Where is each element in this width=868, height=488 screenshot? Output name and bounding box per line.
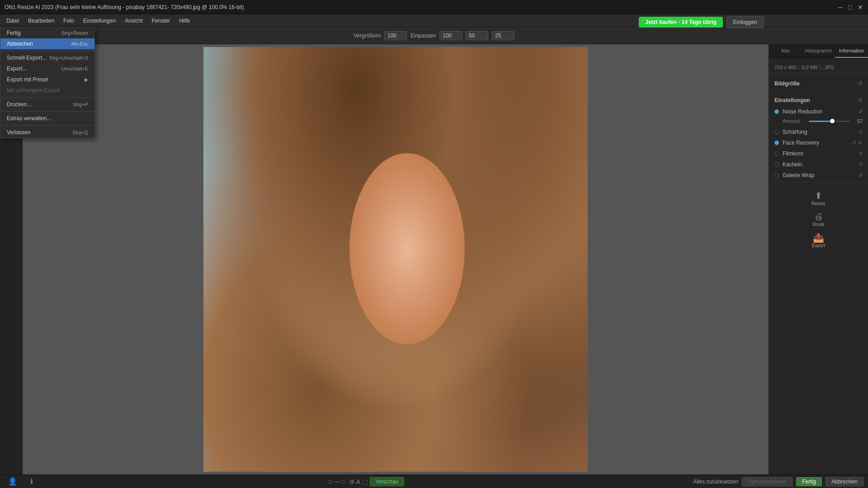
resize-action-druck[interactable]: 🖨 Druck bbox=[809, 210, 828, 229]
druck-icon: 🖨 bbox=[814, 211, 823, 222]
bottom-left-area: 👤 ℹ bbox=[5, 474, 40, 488]
galerie-wrap-dot[interactable] bbox=[774, 173, 779, 178]
bottom-user-icon[interactable]: 👤 bbox=[5, 474, 21, 488]
menu-previous-export: Mit vorherigem Export bbox=[0, 85, 94, 96]
bottom-center-area: □ — □ ⊞ A ⬚ Vorschau bbox=[329, 477, 404, 486]
menu-extras[interactable]: Extras verwalten... bbox=[0, 113, 94, 124]
text-tool-icon[interactable]: A bbox=[356, 478, 360, 485]
menu-separator-1 bbox=[0, 51, 94, 51]
bottom-info-icon[interactable]: ℹ bbox=[24, 474, 40, 488]
amount-slider-thumb[interactable] bbox=[830, 119, 835, 123]
resize-action-export[interactable]: 📤 Export bbox=[808, 230, 829, 250]
galerie-wrap-reset-icon[interactable]: ↺ bbox=[858, 172, 863, 178]
menu-datei[interactable]: Datei bbox=[2, 16, 24, 25]
scharfung-reset-icon[interactable]: ↺ bbox=[858, 129, 863, 135]
amount-slider[interactable] bbox=[809, 121, 850, 122]
einpassen-input1[interactable] bbox=[439, 31, 462, 40]
section-einstellungen-header[interactable]: Einstellungen ↺ bbox=[774, 94, 863, 106]
section-bildgrosse-header[interactable]: Bildgröße ↺ bbox=[774, 78, 863, 89]
scharfung-label: Schärfung bbox=[783, 129, 807, 135]
zoom-icon-2: □ bbox=[341, 479, 344, 485]
bildgrosse-reset-icon[interactable]: ↺ bbox=[857, 80, 863, 87]
right-panel-tabs: Nav Histogramm Information bbox=[769, 44, 868, 58]
right-panel: Nav Histogramm Information 720 x 480 :: … bbox=[769, 44, 868, 474]
buy-button[interactable]: Jetzt kaufen - 14 Tage übrig bbox=[639, 17, 722, 28]
mask-tool-icon[interactable]: ⬚ bbox=[362, 478, 368, 485]
image-info: 720 x 480 :: 0,0 MB :: .JPG bbox=[769, 62, 868, 73]
kacheln-dot[interactable] bbox=[774, 162, 779, 167]
menu-schnell-export[interactable]: Schnell-Export... Strg+Umschalt+S bbox=[0, 52, 94, 63]
tab-information[interactable]: Information bbox=[835, 44, 868, 58]
synchronisieren-button[interactable]: Synchronisieren bbox=[742, 477, 793, 486]
photo-face bbox=[349, 153, 465, 344]
galerie-wrap-label: Galerie Wrap bbox=[783, 172, 814, 178]
minimize-button[interactable]: ─ bbox=[837, 4, 844, 10]
resize-action-resize[interactable]: ⬆ Resize bbox=[808, 188, 829, 208]
setting-scharfung[interactable]: Schärfung ↺ bbox=[774, 127, 863, 137]
right-actions-area: ⬆ Resize 🖨 Druck 📤 Export bbox=[769, 184, 868, 254]
menu-hilfe[interactable]: Hilfe bbox=[175, 16, 194, 25]
face-recovery-reset-icon[interactable]: ↺ bbox=[852, 140, 856, 146]
image-canvas bbox=[23, 44, 769, 474]
menu-ansicht[interactable]: Ansicht bbox=[120, 16, 147, 25]
scharfung-dot[interactable] bbox=[774, 130, 779, 134]
menu-separator-2 bbox=[0, 97, 94, 98]
noise-reduction-label: Noise Reduction bbox=[783, 108, 822, 115]
noise-reduction-slider-row: Amount 57 bbox=[774, 117, 863, 127]
kacheln-reset-icon[interactable]: ↺ bbox=[858, 161, 863, 168]
tab-nav[interactable]: Nav bbox=[769, 44, 802, 58]
einpassen-input2[interactable] bbox=[466, 31, 488, 40]
zoom-icon-1: □ bbox=[329, 479, 332, 485]
right-panel-content: 720 x 480 :: 0,0 MB :: .JPG Bildgröße ↺ … bbox=[769, 58, 868, 474]
menu-export[interactable]: Export... Umschalt+E bbox=[0, 63, 94, 74]
setting-galerie-wrap[interactable]: Galerie Wrap ↺ bbox=[774, 170, 863, 181]
menu-drucken[interactable]: Drucken... Strg+P bbox=[0, 99, 94, 110]
bottom-right-area: Alles zurücksetzen Synchronisieren Ferti… bbox=[693, 477, 863, 486]
fertig-button[interactable]: Fertig bbox=[796, 477, 822, 486]
submenu-arrow-icon: ▶ bbox=[85, 77, 88, 83]
menu-export-preset[interactable]: Export mit Preset ▶ bbox=[0, 74, 94, 85]
resize-action-resize-icon: ⬆ bbox=[815, 190, 822, 201]
menu-fenster[interactable]: Fenster bbox=[147, 16, 175, 25]
setting-face-recovery[interactable]: Face Recovery ↺ ✕ bbox=[774, 137, 863, 148]
titlebar-controls: ─ □ ✕ bbox=[837, 4, 863, 10]
filmkorn-dot[interactable] bbox=[774, 151, 779, 156]
canvas-area[interactable] bbox=[23, 44, 769, 474]
setting-kacheln[interactable]: Kacheln ↺ bbox=[774, 159, 863, 170]
bottom-toolbar: 👤 ℹ □ — □ ⊞ A ⬚ Vorschau Alles zurückset… bbox=[0, 474, 868, 488]
menu-fertig[interactable]: Fertig Strg+Return bbox=[0, 28, 94, 38]
resize-action-export-label: Export bbox=[812, 243, 825, 248]
abbrechen-button[interactable]: Abbrechen bbox=[826, 477, 863, 486]
alles-zuruck-label[interactable]: Alles zurücksetzen bbox=[693, 479, 738, 485]
einpassen-input3[interactable] bbox=[492, 31, 514, 40]
setting-noise-reduction[interactable]: Noise Reduction ↺ bbox=[774, 106, 863, 117]
datei-dropdown-menu: Fertig Strg+Return Abbrechen Alt+Esc Sch… bbox=[0, 27, 95, 138]
grid-toggle[interactable]: ⊞ bbox=[350, 479, 354, 485]
einstellungen-reset-icon[interactable]: ↺ bbox=[857, 97, 863, 104]
face-recovery-label: Face Recovery bbox=[783, 140, 819, 146]
vorschau-button[interactable]: Vorschau bbox=[370, 477, 404, 486]
vergrossern-input[interactable] bbox=[384, 31, 407, 40]
main-area: ⊕ ? Nav Histogramm Information 720 x 480… bbox=[0, 44, 868, 474]
login-button[interactable]: Einloggen bbox=[726, 16, 764, 28]
noise-reduction-dot[interactable] bbox=[774, 109, 779, 114]
menu-separator-3 bbox=[0, 111, 94, 112]
close-button[interactable]: ✕ bbox=[857, 4, 863, 10]
section-einstellungen: Einstellungen ↺ Noise Reduction ↺ Amount bbox=[769, 93, 868, 183]
noise-reduction-reset-icon[interactable]: ↺ bbox=[858, 108, 863, 115]
menu-bearbeiten[interactable]: Bearbeiten bbox=[24, 16, 59, 25]
section-bildgrosse: Bildgröße ↺ bbox=[769, 76, 868, 92]
menu-foto[interactable]: Foto bbox=[59, 16, 79, 25]
menu-abbrechen[interactable]: Abbrechen Alt+Esc bbox=[0, 38, 94, 49]
kacheln-label: Kacheln bbox=[783, 161, 802, 168]
menu-verlassen[interactable]: Verlassen Strg+Q bbox=[0, 127, 94, 138]
amount-slider-fill bbox=[809, 121, 832, 122]
setting-filmkorn[interactable]: Filmkorn ↺ bbox=[774, 148, 863, 159]
maximize-button[interactable]: □ bbox=[847, 4, 854, 10]
filmkorn-reset-icon[interactable]: ↺ bbox=[858, 150, 863, 157]
face-recovery-close-icon[interactable]: ✕ bbox=[858, 140, 863, 146]
face-recovery-dot[interactable] bbox=[774, 141, 779, 145]
titlebar-title: ON1 Resize AI 2023 (Frau sehr kleine Auf… bbox=[5, 4, 244, 10]
tab-histogramm[interactable]: Histogramm bbox=[802, 44, 835, 58]
menu-einstellungen[interactable]: Einstellungen bbox=[79, 16, 120, 25]
